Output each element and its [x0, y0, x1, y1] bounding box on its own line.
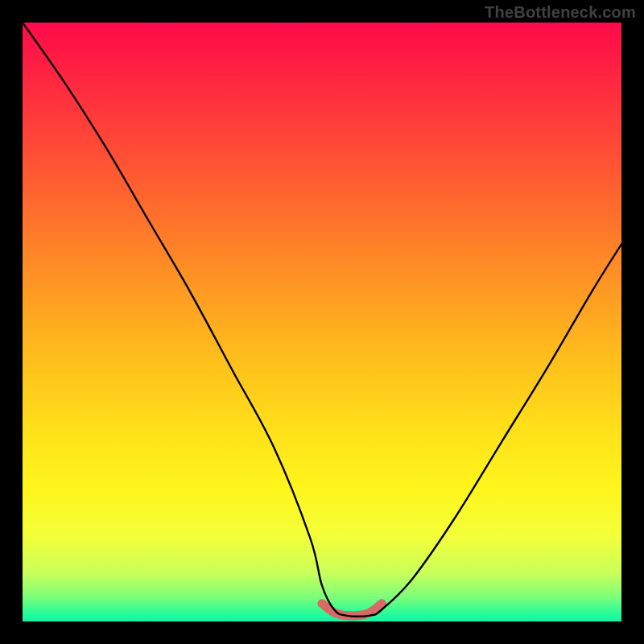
watermark-text: TheBottleneck.com: [485, 3, 636, 22]
chart-frame: TheBottleneck.com: [0, 0, 644, 644]
plot-area: [23, 23, 621, 621]
chart-svg: [23, 23, 621, 621]
gradient-backdrop: [23, 23, 621, 621]
